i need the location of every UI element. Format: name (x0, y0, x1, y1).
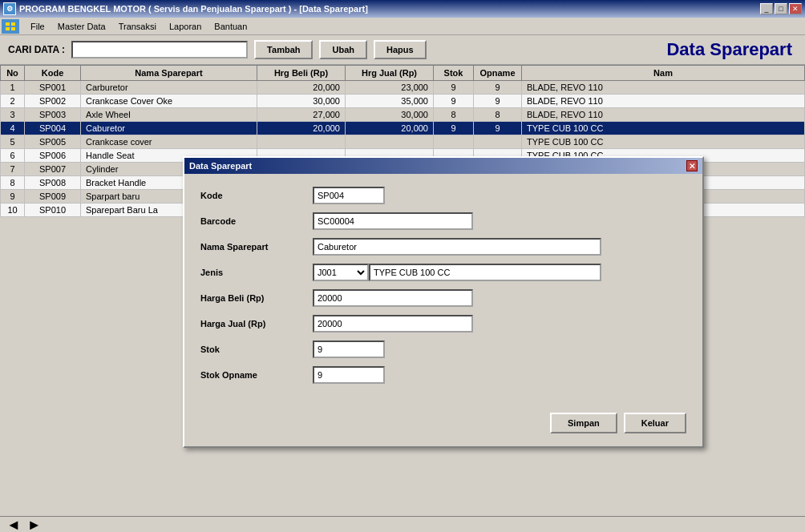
form-row-nama: Nama Sparepart (200, 238, 686, 256)
modal-title-bar: Data Sparepart ✕ (184, 158, 702, 174)
svg-rect-3 (11, 22, 15, 26)
modal-close-button[interactable]: ✕ (686, 160, 698, 171)
barcode-label: Barcode (200, 216, 313, 226)
table-cell: 35,000 (346, 95, 434, 108)
table-row[interactable]: 2SP002Crankcase Cover Oke30,00035,00099B… (1, 95, 805, 108)
table-cell: Crankcase Cover Oke (81, 95, 257, 108)
table-cell (474, 135, 522, 149)
table-row[interactable]: 1SP001Carburetor20,00023,00099BLADE, REV… (1, 81, 805, 95)
svg-rect-4 (11, 27, 15, 30)
barcode-input[interactable] (313, 212, 473, 230)
scroll-right-arrow[interactable]: ► (24, 518, 45, 532)
minimize-button[interactable]: _ (760, 3, 773, 14)
table-cell: SP001 (25, 81, 81, 95)
search-input[interactable] (71, 41, 248, 58)
nama-input[interactable] (313, 238, 601, 256)
table-row[interactable]: 3SP003Axle Wheel27,00030,00088BLADE, REV… (1, 108, 805, 122)
title-bar: ⚙ PROGRAM BENGKEL MOTOR ( Servis dan Pen… (0, 0, 805, 18)
hapus-button[interactable]: Hapus (374, 40, 427, 59)
menu-bar: File Master Data Transaksi Laporan Bantu… (0, 18, 805, 35)
modal-window: Data Sparepart ✕ Kode Barcode Nama Spare… (183, 156, 704, 448)
table-cell: 2 (1, 95, 25, 108)
table-cell (257, 135, 346, 149)
table-cell: 4 (1, 122, 25, 135)
table-cell: TYPE CUB 100 CC (522, 135, 805, 149)
menu-bantuan[interactable]: Bantuan (208, 20, 253, 33)
modal-footer: Simpan Keluar (184, 405, 702, 446)
table-cell: 1 (1, 81, 25, 95)
app-icon: ⚙ (3, 2, 16, 15)
table-cell (346, 135, 434, 149)
table-cell: SP007 (25, 163, 81, 176)
table-row[interactable]: 5SP005Crankcase coverTYPE CUB 100 CC (1, 135, 805, 149)
table-cell: 8 (434, 108, 474, 122)
harga-beli-label: Harga Beli (Rp) (200, 293, 313, 303)
table-cell: 9 (434, 81, 474, 95)
ubah-button[interactable]: Ubah (319, 40, 367, 59)
table-cell: SP002 (25, 95, 81, 108)
col-kode: Kode (25, 66, 81, 81)
table-cell: 20,000 (346, 122, 434, 135)
form-row-barcode: Barcode (200, 212, 686, 230)
form-row-harga-jual: Harga Jual (Rp) (200, 315, 686, 332)
form-row-harga-beli: Harga Beli (Rp) (200, 289, 686, 307)
harga-jual-label: Harga Jual (Rp) (200, 319, 313, 328)
menu-transaksi[interactable]: Transaksi (112, 20, 163, 33)
table-cell (434, 135, 474, 149)
table-cell: 9 (474, 95, 522, 108)
table-cell: SP006 (25, 149, 81, 163)
table-cell: SP003 (25, 108, 81, 122)
modal-title: Data Sparepart (189, 161, 252, 171)
search-label: CARI DATA : (8, 44, 65, 55)
jenis-select[interactable]: J001 (313, 264, 369, 281)
scroll-left-arrow[interactable]: ◄ (3, 518, 24, 532)
kode-input[interactable] (313, 187, 385, 204)
jenis-label: Jenis (200, 268, 313, 277)
simpan-button[interactable]: Simpan (550, 413, 617, 433)
col-nama: Nama Sparepart (81, 66, 257, 81)
table-cell: 10 (1, 204, 25, 217)
col-opname: Opname (474, 66, 522, 81)
form-row-jenis: Jenis J001 (200, 264, 686, 281)
harga-jual-input[interactable] (313, 315, 473, 332)
maximize-button[interactable]: □ (775, 3, 787, 14)
svg-rect-2 (6, 27, 10, 30)
nama-label: Nama Sparepart (200, 242, 313, 252)
table-cell: SP004 (25, 122, 81, 135)
menu-laporan[interactable]: Laporan (163, 20, 208, 33)
table-cell: 3 (1, 108, 25, 122)
table-cell: 20,000 (257, 81, 346, 95)
table-cell: BLADE, REVO 110 (522, 108, 805, 122)
app-container: ⚙ PROGRAM BENGKEL MOTOR ( Servis dan Pen… (0, 0, 805, 532)
table-cell: SP009 (25, 190, 81, 204)
table-cell: Carburetor (81, 81, 257, 95)
jenis-row: J001 (313, 264, 601, 281)
form-row-stok-opname: Stok Opname (200, 366, 686, 384)
table-cell: 8 (1, 176, 25, 190)
jenis-text-input[interactable] (369, 264, 601, 281)
col-stok: Stok (434, 66, 474, 81)
table-cell: SP008 (25, 176, 81, 190)
table-cell: 5 (1, 135, 25, 149)
table-cell: 9 (474, 81, 522, 95)
tambah-button[interactable]: Tambah (254, 40, 313, 59)
stok-input[interactable] (313, 341, 385, 358)
close-button[interactable]: ✕ (789, 3, 802, 14)
table-row[interactable]: 4SP004Caburetor20,00020,00099TYPE CUB 10… (1, 122, 805, 135)
menu-master-data[interactable]: Master Data (51, 20, 112, 33)
status-bar: ◄ ► (0, 516, 805, 532)
keluar-button[interactable]: Keluar (624, 413, 686, 433)
harga-beli-input[interactable] (313, 289, 473, 307)
toolbar: CARI DATA : Tambah Ubah Hapus Data Spare… (0, 35, 805, 65)
table-cell: 9 (434, 95, 474, 108)
form-row-stok: Stok (200, 341, 686, 358)
table-cell: 8 (474, 108, 522, 122)
table-cell: SP010 (25, 204, 81, 217)
table-cell: 9 (1, 190, 25, 204)
menu-file[interactable]: File (24, 20, 51, 33)
table-cell: 9 (434, 122, 474, 135)
kode-label: Kode (200, 191, 313, 200)
stok-opname-input[interactable] (313, 366, 385, 384)
modal-body: Kode Barcode Nama Sparepart Jenis J001 (184, 174, 702, 405)
title-bar-left: ⚙ PROGRAM BENGKEL MOTOR ( Servis dan Pen… (3, 2, 368, 15)
